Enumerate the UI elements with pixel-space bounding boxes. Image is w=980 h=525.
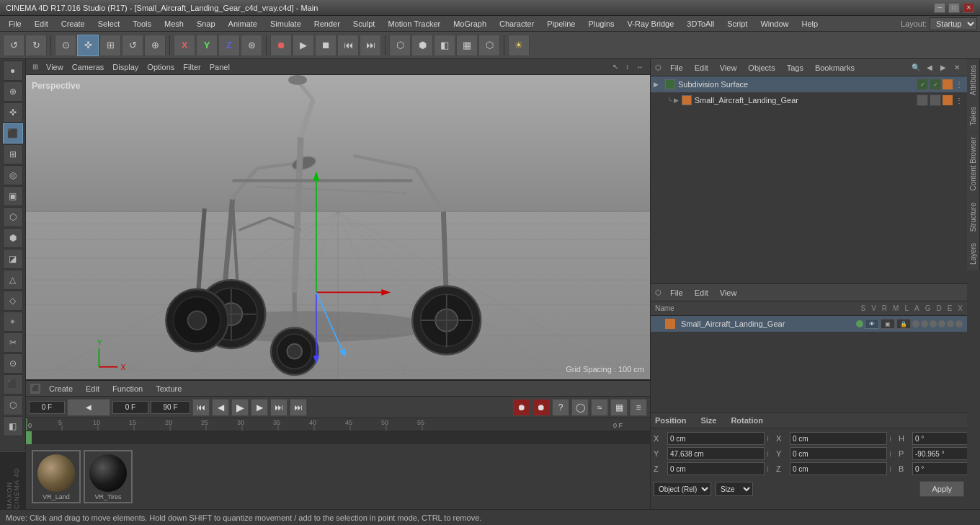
- material-swatch-vr-land[interactable]: VR_Land: [32, 450, 81, 503]
- goto-end-button[interactable]: ⏭: [270, 399, 288, 416]
- edges-mode-button[interactable]: ⊕: [3, 81, 23, 102]
- record-button[interactable]: ⏺: [513, 399, 530, 416]
- mat-texture-button[interactable]: Texture: [151, 383, 186, 394]
- aircraft-caret[interactable]: ▶: [674, 97, 679, 104]
- vp-menu-view[interactable]: View: [43, 61, 66, 73]
- viewer-button[interactable]: ◧: [434, 35, 455, 56]
- current-frame-field[interactable]: [29, 401, 65, 414]
- aircraft-ctrl1[interactable]: [917, 94, 928, 106]
- menu-vray-bridge[interactable]: V-Ray Bridge: [622, 18, 680, 30]
- obj-objects-button[interactable]: Objects: [745, 62, 778, 74]
- pos-x-field[interactable]: [667, 432, 765, 445]
- objects-button[interactable]: ⬡: [389, 35, 411, 56]
- viewport-3d[interactable]: Y X Perspective Grid Spacing : 100 cm: [26, 75, 650, 379]
- timeline-button[interactable]: ▦: [456, 35, 478, 56]
- menu-tools[interactable]: Tools: [127, 18, 157, 30]
- obj-file-button[interactable]: File: [667, 62, 686, 74]
- rot-p-field[interactable]: [912, 447, 967, 460]
- obj-row-subdivision[interactable]: ▶ Subdivision Surface ✓ ✓ ⋮: [651, 76, 967, 92]
- size-y-spin[interactable]: ⁞: [889, 450, 898, 458]
- live-select-button[interactable]: ⊙: [55, 35, 76, 56]
- vp-menu-panel[interactable]: Panel: [207, 61, 233, 73]
- tool-2[interactable]: ◇: [3, 291, 23, 311]
- subdiv-check2[interactable]: ✓: [930, 79, 941, 90]
- scale-button[interactable]: ⊞: [99, 35, 121, 56]
- menu-animate[interactable]: Animate: [223, 18, 263, 30]
- snap-mode-button[interactable]: ◪: [3, 249, 23, 269]
- subdiv-color-box[interactable]: [943, 79, 953, 89]
- menu-plugins[interactable]: Plugins: [582, 18, 620, 30]
- structure-button[interactable]: ⬢: [411, 35, 433, 56]
- vp-ctrl-1[interactable]: ↖: [610, 62, 620, 71]
- vtab-structure[interactable]: Structure: [967, 197, 980, 238]
- vp-menu-options[interactable]: Options: [144, 61, 177, 73]
- menu-motion-tracker[interactable]: Motion Tracker: [382, 18, 446, 30]
- close-button[interactable]: ✕: [963, 3, 974, 13]
- tool-3[interactable]: ⌖: [3, 312, 23, 332]
- vp-menu-cameras[interactable]: Cameras: [69, 61, 107, 73]
- obj-row-aircraft[interactable]: └ ▶ Small_Aircraft_Landing_Gear ⋮: [651, 92, 967, 108]
- auto-record-button[interactable]: ⏺: [533, 399, 550, 416]
- stop-button[interactable]: ⏹: [315, 35, 337, 56]
- redo-button[interactable]: ↻: [25, 35, 47, 56]
- vtab-takes[interactable]: Takes: [967, 101, 980, 131]
- mat-create-button[interactable]: Create: [45, 383, 77, 394]
- timeline-tracks[interactable]: [26, 431, 650, 444]
- frame-field-2[interactable]: ◀: [67, 399, 110, 416]
- rot-h-field[interactable]: [912, 432, 967, 445]
- next-frame-button[interactable]: ▶: [251, 399, 268, 416]
- size-y-field[interactable]: [790, 447, 887, 460]
- obj-bookmarks-button[interactable]: Bookmarks: [812, 62, 858, 74]
- vp-menu-filter[interactable]: Filter: [180, 61, 203, 73]
- timeline-toggle-button[interactable]: ▦: [610, 399, 628, 416]
- undo-button[interactable]: ↺: [3, 35, 24, 56]
- menu-pipeline[interactable]: Pipeline: [541, 18, 581, 30]
- obj-ctrl-2[interactable]: ▶: [937, 62, 949, 74]
- obj-search-icon[interactable]: 🔍: [910, 62, 922, 74]
- frame-end-field[interactable]: [151, 401, 190, 414]
- rot-b-field[interactable]: [912, 462, 967, 475]
- pos-z-field[interactable]: [667, 462, 765, 475]
- vtab-content-browser[interactable]: Content Browser: [967, 131, 980, 196]
- tool-5[interactable]: ⊙: [3, 353, 23, 374]
- xpresso-button[interactable]: ⬡: [478, 35, 500, 56]
- transform-button[interactable]: ⊕: [144, 35, 166, 56]
- world-axis-button[interactable]: ⊛: [241, 35, 262, 56]
- fcurve-button[interactable]: ≈: [591, 399, 608, 416]
- maximize-button[interactable]: □: [948, 3, 960, 13]
- subdiv-lock-icon[interactable]: ⋮: [954, 79, 964, 89]
- texture-mode-button[interactable]: ⊞: [3, 144, 23, 164]
- play-button[interactable]: ▶: [293, 35, 314, 56]
- move-button[interactable]: ✜: [77, 35, 99, 56]
- menu-edit[interactable]: Edit: [29, 18, 54, 30]
- frame-start-field[interactable]: [112, 401, 148, 414]
- menu-character[interactable]: Character: [494, 18, 540, 30]
- motion-mode-button[interactable]: ⬢: [3, 228, 23, 248]
- apply-button[interactable]: Apply: [919, 481, 964, 497]
- props-file-button[interactable]: File: [667, 287, 686, 299]
- menu-script[interactable]: Script: [721, 18, 753, 30]
- tool-8[interactable]: ◧: [3, 416, 23, 436]
- obj-edit-button[interactable]: Edit: [692, 62, 711, 74]
- step-back-button[interactable]: ⏮: [337, 35, 359, 56]
- x-axis-button[interactable]: X: [174, 35, 195, 56]
- vp-ctrl-3[interactable]: ↔: [634, 62, 646, 71]
- goto-last-frame-button[interactable]: ⏭: [290, 399, 307, 416]
- size-x-field[interactable]: [790, 432, 887, 445]
- aircraft-lock[interactable]: ⋮: [954, 95, 964, 105]
- menu-mesh[interactable]: Mesh: [159, 18, 190, 30]
- vp-menu-display[interactable]: Display: [110, 61, 141, 73]
- size-x-spin[interactable]: ⁞: [889, 435, 898, 443]
- mat-edit-button[interactable]: Edit: [81, 383, 104, 394]
- pos-z-spin[interactable]: ⁞: [767, 465, 775, 473]
- prev-frame-button[interactable]: ◀: [212, 399, 229, 416]
- menu-3dtoall[interactable]: 3DToAll: [681, 18, 720, 30]
- layout-dropdown[interactable]: Startup: [930, 17, 977, 30]
- play-button[interactable]: ▶: [231, 399, 249, 416]
- menu-window[interactable]: Window: [754, 18, 794, 30]
- tweak-mode-button[interactable]: ▣: [3, 186, 23, 206]
- more-button[interactable]: ≡: [630, 399, 647, 416]
- subdivision-expand-icon[interactable]: ▶: [654, 81, 662, 88]
- tool-1[interactable]: △: [3, 270, 23, 290]
- polygons-mode-button[interactable]: ✜: [3, 102, 23, 123]
